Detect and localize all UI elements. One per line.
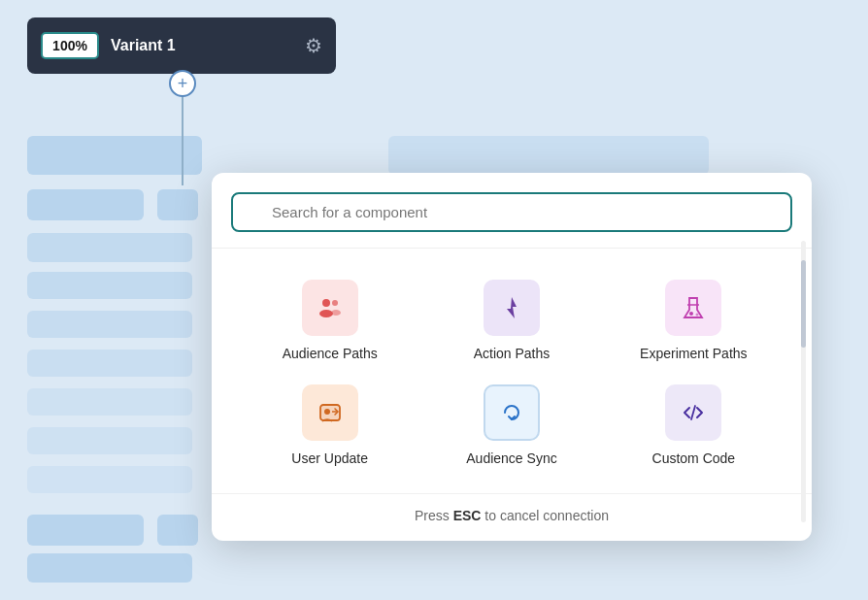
- scrollbar-thumb[interactable]: [801, 260, 806, 348]
- component-picker-modal: Audience Paths Action Paths Experimen: [212, 173, 812, 541]
- svg-point-3: [332, 300, 338, 306]
- bg-block-14: [27, 466, 192, 493]
- footer-esc-key: ESC: [453, 508, 482, 523]
- action-paths-icon: [497, 293, 526, 322]
- audience-sync-icon-wrap: [484, 384, 540, 441]
- svg-point-12: [324, 409, 330, 415]
- bg-block-2: [388, 136, 709, 175]
- search-section: [212, 173, 812, 249]
- action-paths-label: Action Paths: [474, 346, 551, 361]
- component-item-action-paths[interactable]: Action Paths: [424, 272, 598, 369]
- svg-point-5: [331, 310, 341, 316]
- audience-sync-label: Audience Sync: [466, 450, 556, 466]
- action-paths-icon-wrap: [484, 280, 540, 336]
- user-update-icon-wrap: [302, 384, 358, 441]
- scrollbar-track[interactable]: [801, 241, 806, 522]
- user-update-label: User Update: [291, 450, 368, 466]
- custom-code-icon-wrap: [665, 384, 721, 441]
- custom-code-icon: [679, 398, 708, 427]
- add-component-button[interactable]: +: [169, 70, 196, 97]
- bg-block-4: [157, 189, 198, 220]
- svg-point-2: [322, 299, 330, 307]
- component-item-custom-code[interactable]: Custom Code: [607, 377, 781, 474]
- bg-block-7: [27, 553, 192, 583]
- experiment-paths-icon-wrap: [665, 280, 721, 336]
- user-update-icon: [316, 398, 345, 427]
- bg-block-8: [27, 233, 192, 262]
- svg-line-14: [691, 406, 695, 419]
- component-item-audience-paths[interactable]: Audience Paths: [243, 272, 417, 369]
- experiment-paths-icon: [679, 293, 708, 322]
- custom-code-label: Custom Code: [652, 450, 736, 466]
- svg-point-4: [319, 310, 333, 317]
- bg-block-5: [27, 515, 144, 546]
- audience-sync-icon: [497, 398, 526, 427]
- audience-paths-icon: [316, 293, 345, 322]
- component-item-experiment-paths[interactable]: Experiment Paths: [607, 272, 781, 369]
- experiment-paths-label: Experiment Paths: [640, 346, 748, 361]
- bg-block-3: [27, 189, 144, 220]
- bg-block-12: [27, 388, 192, 416]
- component-item-user-update[interactable]: User Update: [243, 377, 417, 474]
- audience-paths-label: Audience Paths: [283, 346, 378, 361]
- bg-block-6: [157, 515, 198, 546]
- component-item-audience-sync[interactable]: Audience Sync: [424, 377, 598, 474]
- variant-label: Variant 1: [111, 37, 293, 54]
- components-grid: Audience Paths Action Paths Experimen: [212, 249, 812, 493]
- settings-icon[interactable]: ⚙: [305, 34, 322, 57]
- footer-text-pre: Press: [415, 508, 453, 523]
- svg-point-8: [689, 312, 693, 316]
- variant-bar: 100% Variant 1 ⚙: [27, 17, 336, 74]
- bg-block-10: [27, 311, 192, 338]
- bg-block-1: [27, 136, 202, 175]
- audience-paths-icon-wrap: [302, 280, 358, 336]
- bg-block-9: [27, 272, 192, 299]
- footer-text-post: to cancel connection: [481, 508, 609, 523]
- bg-block-11: [27, 350, 192, 377]
- variant-percentage: 100%: [41, 32, 99, 59]
- svg-marker-6: [507, 297, 517, 318]
- bg-block-13: [27, 427, 192, 454]
- search-wrapper: [231, 192, 792, 232]
- search-input[interactable]: [231, 192, 792, 232]
- picker-footer: Press ESC to cancel connection: [212, 493, 812, 541]
- svg-point-9: [696, 314, 699, 317]
